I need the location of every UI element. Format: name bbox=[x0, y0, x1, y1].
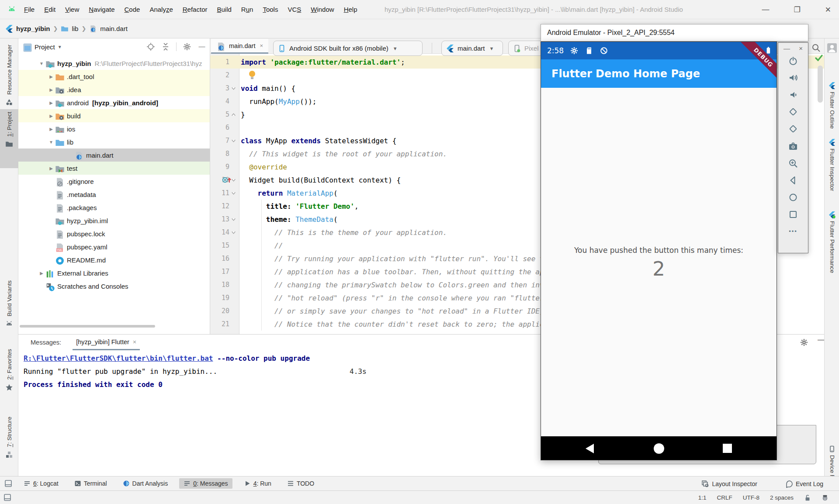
menu-refactor[interactable]: Refactor bbox=[178, 6, 212, 13]
tree-arrow-icon[interactable]: ▶ bbox=[47, 74, 55, 79]
avatar[interactable] bbox=[827, 43, 837, 53]
camera-icon[interactable] bbox=[788, 141, 798, 152]
tree-item--gitignore[interactable]: .gitignore bbox=[18, 175, 210, 188]
toolwindow-4-run[interactable]: 4: Run bbox=[239, 478, 276, 489]
notifications-icon[interactable] bbox=[822, 494, 829, 501]
tree-item-scratches-and-consoles[interactable]: Scratches and Consoles bbox=[18, 280, 210, 293]
tree-item--dart-tool[interactable]: ▶.dart_tool bbox=[18, 70, 210, 83]
breadcrumb-item[interactable]: main.dart bbox=[100, 25, 128, 32]
status-item[interactable]: 1:1 bbox=[698, 494, 707, 501]
more-icon[interactable]: ••• bbox=[788, 226, 798, 237]
toolwindow-event-log[interactable]: Event Log bbox=[781, 478, 828, 490]
menu-code[interactable]: Code bbox=[120, 6, 145, 13]
tree-item-main-dart[interactable]: main.dart bbox=[18, 148, 210, 162]
tree-item--idea[interactable]: ▶.idea bbox=[18, 83, 210, 96]
status-item[interactable]: UTF-8 bbox=[743, 494, 759, 501]
menu-edit[interactable]: Edit bbox=[39, 6, 60, 13]
panel-toggle-icon[interactable] bbox=[3, 494, 11, 501]
close-tab-icon[interactable]: × bbox=[133, 338, 136, 345]
fold-marker-icon[interactable] bbox=[232, 82, 236, 95]
breadcrumb-item[interactable]: lib bbox=[72, 25, 78, 32]
tree-item-external-libraries[interactable]: ▶External Libraries bbox=[18, 266, 210, 280]
rotate-right-icon[interactable] bbox=[788, 124, 798, 134]
menu-vcs[interactable]: VCS bbox=[283, 6, 306, 13]
tool-window-switcher-icon[interactable] bbox=[4, 480, 12, 487]
tree-item-test[interactable]: ▶test bbox=[18, 162, 210, 175]
tree-arrow-icon[interactable]: ▼ bbox=[38, 61, 45, 66]
sidebar-item-flutter-outline[interactable]: Flutter Outline bbox=[825, 82, 839, 129]
tree-arrow-icon[interactable]: ▶ bbox=[47, 114, 55, 118]
run-config-selector[interactable]: main.dart▼ bbox=[441, 41, 503, 56]
tree-item-ios[interactable]: ▶ios bbox=[18, 122, 210, 135]
toolwindow-dart-analysis[interactable]: Dart Analysis bbox=[118, 478, 173, 489]
power-icon[interactable] bbox=[788, 55, 798, 66]
close-tab-icon[interactable]: × bbox=[260, 42, 263, 49]
maximize-icon[interactable]: ❐ bbox=[794, 5, 801, 14]
tree-arrow-icon[interactable]: ▶ bbox=[47, 87, 55, 92]
volume-up-icon[interactable] bbox=[788, 72, 798, 83]
menu-window[interactable]: Window bbox=[306, 6, 339, 13]
tree-item-android[interactable]: ▶android[hyzp_yibin_android] bbox=[18, 96, 210, 109]
unlock-icon[interactable] bbox=[804, 494, 811, 501]
search-icon[interactable] bbox=[811, 43, 822, 53]
tree-item-hyzp-yibin[interactable]: ▼hyzp_yibinR:\FlutterProject\FlutterProj… bbox=[18, 57, 210, 70]
volume-down-icon[interactable] bbox=[788, 90, 798, 100]
menu-analyze[interactable]: Analyze bbox=[145, 6, 177, 13]
nav-home-icon[interactable] bbox=[654, 443, 664, 454]
menu-build[interactable]: Build bbox=[212, 6, 236, 13]
fold-marker-icon[interactable] bbox=[232, 108, 236, 121]
tree-item-pubspec-yaml[interactable]: YMLpubspec.yaml bbox=[18, 240, 210, 253]
status-item[interactable]: CRLF bbox=[717, 494, 732, 501]
emulator-window-titlebar[interactable]: Android Emulator - Pixel_2_API_29:5554 bbox=[541, 24, 808, 41]
menu-navigate[interactable]: Navigate bbox=[84, 6, 119, 13]
nav-back-icon[interactable] bbox=[586, 444, 594, 453]
fold-marker-icon[interactable] bbox=[232, 134, 236, 147]
tab-main-dart[interactable]: main.dart × bbox=[211, 39, 268, 54]
sidebar-item--favorites[interactable]: 2: Favorites bbox=[0, 346, 18, 404]
messages-flutter-tab[interactable]: [hyzp_yibin] Flutter × bbox=[73, 335, 140, 350]
tree-item--metadata[interactable]: .metadata bbox=[18, 188, 210, 201]
tree-item-hyzp-yibin-iml[interactable]: hyzp_yibin.iml bbox=[18, 214, 210, 227]
toolwindow-0-messages[interactable]: 0: Messages bbox=[179, 478, 232, 489]
sidebar-item-build-variants[interactable]: Build Variants bbox=[0, 278, 18, 345]
close-icon[interactable]: ✕ bbox=[825, 5, 831, 14]
tree-item--packages[interactable]: .packages bbox=[18, 201, 210, 214]
fold-marker-icon[interactable] bbox=[232, 186, 236, 200]
zoom-icon[interactable] bbox=[788, 158, 798, 169]
status-item[interactable]: 2 spaces bbox=[770, 494, 794, 501]
tree-item-pubspec-lock[interactable]: pubspec.lock bbox=[18, 227, 210, 240]
tree-arrow-icon[interactable]: ▼ bbox=[47, 140, 55, 145]
editor-scrollbar[interactable] bbox=[818, 66, 823, 103]
intention-bulb-icon[interactable] bbox=[248, 70, 257, 80]
hide-panel-icon[interactable]: — bbox=[198, 42, 206, 51]
tree-item-build[interactable]: ▶build bbox=[18, 109, 210, 122]
tree-arrow-icon[interactable]: ▶ bbox=[38, 271, 45, 276]
locate-file-icon[interactable] bbox=[146, 42, 155, 51]
sidebar-item--structure[interactable]: 7: Structure bbox=[0, 414, 18, 469]
toolwindow-layout-inspector[interactable]: Layout Inspector bbox=[697, 478, 762, 490]
tree-arrow-icon[interactable]: ▶ bbox=[47, 127, 55, 131]
sidebar-item--project[interactable]: 1: Project bbox=[0, 109, 18, 168]
rotate-left-icon[interactable] bbox=[788, 107, 798, 117]
fold-marker-icon[interactable] bbox=[232, 213, 236, 226]
fold-marker-icon[interactable] bbox=[232, 226, 236, 239]
tree-item-lib[interactable]: ▼lib bbox=[18, 135, 210, 148]
sidebar-item-flutter-performance[interactable]: Flutter Performance bbox=[825, 211, 839, 273]
toolwindow-todo[interactable]: TODO bbox=[283, 478, 319, 489]
project-panel-title[interactable]: Project bbox=[35, 43, 55, 51]
tree-arrow-icon[interactable]: ▶ bbox=[47, 100, 55, 105]
back-icon[interactable] bbox=[788, 175, 798, 186]
gear-icon[interactable] bbox=[183, 42, 191, 51]
collapse-all-icon[interactable] bbox=[161, 42, 170, 51]
menu-help[interactable]: Help bbox=[339, 6, 362, 13]
tree-arrow-icon[interactable]: ▶ bbox=[47, 166, 55, 171]
sidebar-item-flutter-inspector[interactable]: Flutter Inspector bbox=[825, 139, 839, 191]
menu-file[interactable]: File bbox=[19, 6, 39, 13]
toolwindow-terminal[interactable]: Terminal bbox=[70, 478, 111, 489]
minimize-icon[interactable]: — bbox=[762, 5, 770, 14]
console-file-link[interactable]: R:\Flutter\FlutterSDK\flutter\bin\flutte… bbox=[24, 354, 213, 362]
breadcrumb-item[interactable]: hyzp_yibin bbox=[16, 25, 50, 32]
gear-icon[interactable] bbox=[800, 338, 808, 347]
menu-tools[interactable]: Tools bbox=[258, 6, 283, 13]
toolwindow-6-logcat[interactable]: 6: Logcat bbox=[19, 478, 63, 489]
